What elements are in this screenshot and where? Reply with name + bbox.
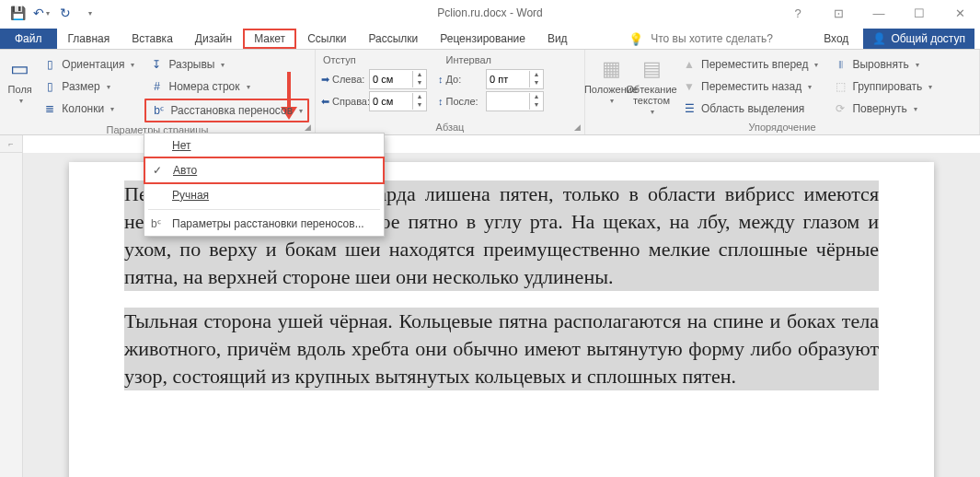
line-numbers-icon: # bbox=[149, 80, 164, 93]
hyphenation-manual[interactable]: Ручная bbox=[144, 183, 384, 207]
spacing-before-icon: ↕ bbox=[438, 74, 444, 85]
spacing-after-icon: ↕ bbox=[438, 96, 444, 107]
window-buttons: ? ⊡ — ☐ ✕ bbox=[778, 0, 980, 26]
group-paragraph: Отступ Интервал ➡Слева: ▲▼ ↕До: ▲▼ ⬅Спра… bbox=[316, 50, 585, 134]
columns-button[interactable]: ≣Колонки▾ bbox=[38, 99, 139, 119]
send-backward-button: ▼Переместить назад▾ bbox=[677, 76, 823, 97]
bring-forward-icon: ▲ bbox=[682, 58, 697, 71]
spacing-after-label: ↕После: bbox=[438, 96, 482, 107]
ribbon: ▭ Поля ▾ ▯Ориентация▾ ▯Размер▾ ≣Колонки▾… bbox=[0, 50, 980, 135]
align-button[interactable]: ⫴Выровнять▾ bbox=[828, 54, 937, 75]
align-icon: ⫴ bbox=[833, 58, 847, 71]
minimize-button[interactable]: — bbox=[859, 0, 899, 26]
share-button[interactable]: 👤 Общий доступ bbox=[863, 29, 974, 49]
wrap-text-button: ▤ Обтекание текстом▾ bbox=[631, 52, 672, 120]
tab-view[interactable]: Вид bbox=[536, 29, 579, 49]
hyphenation-none[interactable]: Нет bbox=[144, 134, 384, 157]
breaks-button[interactable]: ↧Разрывы▾ bbox=[144, 54, 309, 75]
position-icon: ▦ bbox=[602, 56, 621, 82]
page-setup-dialog-launcher[interactable]: ◢ bbox=[302, 122, 313, 133]
size-icon: ▯ bbox=[42, 80, 57, 93]
close-button[interactable]: ✕ bbox=[940, 0, 980, 26]
help-button[interactable]: ? bbox=[778, 0, 818, 26]
hyphenation-options[interactable]: bᶜПараметры расстановки переносов... bbox=[144, 212, 384, 236]
share-label: Общий доступ bbox=[891, 32, 965, 45]
redo-icon[interactable]: ↻ bbox=[55, 3, 75, 23]
vertical-ruler[interactable] bbox=[0, 153, 23, 477]
hyphenation-icon: bᶜ bbox=[151, 104, 166, 117]
spacing-title: Интервал bbox=[444, 52, 491, 67]
tab-insert[interactable]: Вставка bbox=[121, 29, 184, 49]
orientation-icon: ▯ bbox=[42, 58, 57, 71]
indent-left-icon: ➡ bbox=[321, 74, 329, 86]
group-arrange-label: Упорядочение bbox=[591, 120, 974, 134]
indent-left-label: ➡Слева: bbox=[321, 74, 365, 86]
tab-layout[interactable]: Макет bbox=[243, 29, 296, 49]
qat-customize-icon[interactable]: ▾ bbox=[79, 3, 99, 23]
share-icon: 👤 bbox=[872, 32, 886, 45]
hyphenation-options-icon: bᶜ bbox=[151, 217, 161, 230]
selection-pane-icon: ☰ bbox=[682, 102, 697, 115]
tab-references[interactable]: Ссылки bbox=[296, 29, 357, 49]
breaks-icon: ↧ bbox=[149, 58, 164, 71]
menu-separator bbox=[148, 209, 380, 210]
group-arrange: ▦ Положение▾ ▤ Обтекание текстом▾ ▲Перем… bbox=[585, 50, 980, 134]
orientation-button[interactable]: ▯Ориентация▾ bbox=[38, 54, 139, 75]
paragraph-dialog-launcher[interactable]: ◢ bbox=[571, 122, 582, 133]
ribbon-tabs: Файл Главная Вставка Дизайн Макет Ссылки… bbox=[0, 27, 980, 50]
tab-review[interactable]: Рецензирование bbox=[429, 29, 536, 49]
group-page-setup: ▭ Поля ▾ ▯Ориентация▾ ▯Размер▾ ≣Колонки▾… bbox=[0, 50, 316, 134]
size-button[interactable]: ▯Размер▾ bbox=[38, 76, 139, 97]
rotate-button: ⟳Повернуть▾ bbox=[828, 99, 937, 119]
maximize-button[interactable]: ☐ bbox=[899, 0, 940, 26]
group-button: ⬚Группировать▾ bbox=[828, 76, 937, 97]
tab-file[interactable]: Файл bbox=[0, 29, 57, 49]
group-icon: ⬚ bbox=[833, 80, 847, 93]
wrap-text-icon: ▤ bbox=[642, 56, 662, 82]
tab-home[interactable]: Главная bbox=[57, 29, 121, 49]
hyphenation-menu: Нет ✓Авто Ручная bᶜПараметры расстановки… bbox=[144, 133, 385, 237]
bring-forward-button: ▲Переместить вперед▾ bbox=[677, 54, 823, 75]
ribbon-options-button[interactable]: ⊡ bbox=[818, 0, 859, 26]
tab-mailings[interactable]: Рассылки bbox=[357, 29, 429, 49]
spacing-before-input[interactable]: ▲▼ bbox=[486, 69, 544, 89]
rotate-icon: ⟳ bbox=[833, 102, 847, 115]
indent-right-input[interactable]: ▲▼ bbox=[369, 91, 427, 111]
ruler-corner: ⌐ bbox=[0, 135, 23, 153]
indent-left-input[interactable]: ▲▼ bbox=[369, 69, 427, 89]
title-bar: 💾 ↶▾ ↻ ▾ Pclion.ru.docx - Word ? ⊡ — ☐ ✕ bbox=[0, 0, 980, 27]
columns-icon: ≣ bbox=[42, 102, 57, 115]
tell-me-input[interactable] bbox=[649, 31, 809, 46]
tab-design[interactable]: Дизайн bbox=[184, 29, 243, 49]
spacing-before-label: ↕До: bbox=[438, 74, 482, 85]
check-icon: ✓ bbox=[153, 164, 162, 177]
tell-me-icon: 💡 bbox=[628, 32, 643, 46]
undo-icon[interactable]: ↶▾ bbox=[31, 3, 52, 23]
indent-title: Отступ bbox=[321, 52, 356, 67]
margins-icon: ▭ bbox=[10, 56, 29, 82]
selection-pane-button[interactable]: ☰Область выделения bbox=[677, 99, 823, 119]
line-numbers-button[interactable]: #Номера строк▾ bbox=[144, 76, 309, 97]
signin-link[interactable]: Вход bbox=[814, 32, 858, 45]
indent-right-label: ⬅Справа: bbox=[321, 96, 365, 108]
indent-right-icon: ⬅ bbox=[321, 96, 329, 108]
paragraph-2[interactable]: Тыльная сторона ушей чёрная. Кольцевые п… bbox=[124, 308, 879, 390]
save-icon[interactable]: 💾 bbox=[7, 3, 28, 23]
hyphenation-auto[interactable]: ✓Авто bbox=[144, 157, 385, 184]
spacing-after-input[interactable]: ▲▼ bbox=[486, 91, 544, 111]
quick-access-toolbar: 💾 ↶▾ ↻ ▾ bbox=[0, 3, 99, 23]
send-backward-icon: ▼ bbox=[682, 80, 697, 93]
hyphenation-button[interactable]: bᶜРасстановка переносов▾ bbox=[144, 99, 309, 122]
margins-button[interactable]: ▭ Поля ▾ bbox=[6, 52, 34, 122]
margins-label: Поля bbox=[8, 84, 32, 95]
